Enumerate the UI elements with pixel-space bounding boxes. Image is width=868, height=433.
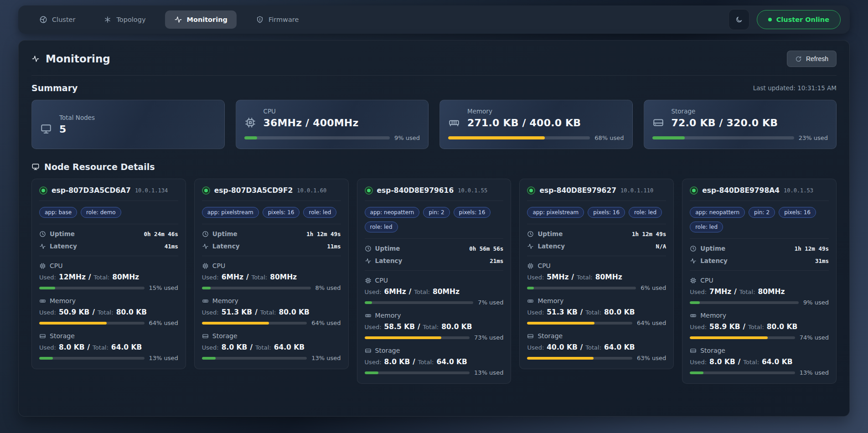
cpu-usage-bar xyxy=(690,301,799,304)
cpu-usage-bar xyxy=(202,287,311,289)
divider xyxy=(39,256,178,256)
storage-icon xyxy=(39,333,46,340)
divider xyxy=(202,201,341,201)
topology-icon xyxy=(103,15,112,24)
storage-icon xyxy=(365,347,372,354)
memory-usage-fill xyxy=(365,336,441,339)
cpu-icon xyxy=(244,117,256,129)
memory-usage-bar xyxy=(527,322,632,325)
divider xyxy=(527,224,666,224)
tab-firmware-label: Firmware xyxy=(269,16,299,23)
nav-tabs: Cluster Topology Monitoring Firmware xyxy=(30,10,308,29)
monitor-icon xyxy=(31,163,40,171)
latency-row: Latency 11ms xyxy=(202,242,341,250)
cluster-status-label: Cluster Online xyxy=(776,16,829,23)
monitor-icon xyxy=(40,123,52,135)
memory-usage-fill xyxy=(202,322,269,325)
clock-icon xyxy=(690,245,697,252)
latency-value: 21ms xyxy=(490,258,503,264)
node-badge: app: base xyxy=(39,207,77,218)
memory-usage-bar xyxy=(39,322,145,325)
node-badge: pin: 2 xyxy=(423,207,450,218)
uptime-row: Uptime 1h 12m 49s xyxy=(690,245,829,252)
storage-metric: Storage Used:8.0 KB/Total:64.0 KB 13% us… xyxy=(202,332,341,361)
storage-usage-percent: 63% used xyxy=(637,355,666,361)
cpu-usage-fill xyxy=(690,301,699,304)
activity-icon xyxy=(527,243,534,250)
firmware-shield-icon xyxy=(256,15,264,24)
storage-usage-percent: 13% used xyxy=(800,369,829,376)
node-badge: pixels: 16 xyxy=(779,207,816,218)
cluster-status-badge[interactable]: Cluster Online xyxy=(757,10,841,29)
node-badge: app: pixelstream xyxy=(527,207,584,218)
memory-usage-fill xyxy=(448,136,545,139)
node-card: esp-840D8E9798A4 10.0.1.53 app: neopatte… xyxy=(682,179,837,384)
cpu-usage-bar xyxy=(39,287,145,289)
node-badge: app: neopattern xyxy=(365,207,420,218)
memory-usage-percent: 73% used xyxy=(474,334,503,341)
storage-icon xyxy=(690,347,697,354)
tab-cluster[interactable]: Cluster xyxy=(30,10,84,29)
summary-heading: Summary xyxy=(31,83,78,93)
storage-metric: Storage Used:8.0 KB/Total:64.0 KB 13% us… xyxy=(690,347,829,376)
node-card: esp-807D3A5CD9F2 10.0.1.60 app: pixelstr… xyxy=(194,179,349,369)
storage-metric: Storage Used:8.0 KB/Total:64.0 KB 13% us… xyxy=(365,347,504,376)
cpu-usage-bar xyxy=(527,287,636,289)
node-badge: pixels: 16 xyxy=(588,207,625,218)
memory-usage-percent: 64% used xyxy=(311,320,341,326)
nodes-heading: Node Resource Details xyxy=(31,162,155,172)
cpu-usage-percent: 8% used xyxy=(315,284,341,291)
node-name: esp-807D3A5CD9F2 xyxy=(214,186,293,195)
clock-icon xyxy=(202,231,209,237)
cpu-usage-percent: 6% used xyxy=(641,284,666,291)
tab-monitoring-label: Monitoring xyxy=(187,16,227,23)
cpu-icon xyxy=(202,263,209,269)
divider xyxy=(202,224,341,224)
top-navigation-bar: Cluster Topology Monitoring Firmware xyxy=(18,5,850,34)
node-name: esp-840D8E979616 xyxy=(377,186,454,195)
tab-firmware[interactable]: Firmware xyxy=(247,10,308,29)
summary-card-value: 36MHz / 400MHz xyxy=(264,117,359,129)
divider xyxy=(527,256,666,256)
node-name: esp-807D3A5CD6A7 xyxy=(52,186,131,195)
activity-icon xyxy=(365,258,372,264)
memory-icon xyxy=(202,298,209,304)
node-name: esp-840D8E979627 xyxy=(539,186,616,195)
tab-monitoring[interactable]: Monitoring xyxy=(165,10,237,29)
latency-row: Latency 41ms xyxy=(39,242,178,250)
theme-toggle-button[interactable] xyxy=(728,9,749,30)
latency-value: 41ms xyxy=(165,243,178,250)
storage-icon xyxy=(652,117,664,129)
node-ip: 10.0.1.53 xyxy=(784,187,813,194)
memory-metric: Memory Used:51.3 KB/Total:80.0 KB 64% us… xyxy=(527,297,666,326)
nodes-section-header: Node Resource Details xyxy=(31,162,837,172)
divider xyxy=(39,224,178,224)
storage-metric: Storage Used:40.0 KB/Total:64.0 KB 63% u… xyxy=(527,332,666,361)
memory-usage-bar xyxy=(202,322,307,325)
node-online-status-icon xyxy=(39,186,47,195)
cpu-icon xyxy=(690,277,697,284)
node-online-status-icon xyxy=(527,186,535,195)
uptime-value: 0h 56m 56s xyxy=(469,245,503,252)
cpu-metric: CPU Used:6MHz/Total:80MHz 7% used xyxy=(365,277,504,306)
divider xyxy=(690,201,829,201)
latency-value: 11ms xyxy=(327,243,341,250)
uptime-row: Uptime 1h 12m 49s xyxy=(202,230,341,237)
tab-cluster-label: Cluster xyxy=(52,16,75,23)
divider xyxy=(31,75,837,76)
node-online-status-icon xyxy=(202,186,210,195)
tab-topology-label: Topology xyxy=(116,16,145,23)
summary-card-value: 72.0 KB / 320.0 KB xyxy=(672,117,778,129)
summary-card-label: CPU xyxy=(264,108,359,115)
cpu-usage-fill xyxy=(202,287,211,289)
nav-right-controls: Cluster Online xyxy=(728,9,841,30)
divider xyxy=(202,256,341,256)
node-badge: app: pixelstream xyxy=(202,207,259,218)
last-updated-text: Last updated: 10:31:15 AM xyxy=(753,84,837,92)
storage-usage-bar xyxy=(690,371,795,374)
tab-topology[interactable]: Topology xyxy=(94,10,155,29)
memory-metric: Memory Used:58.5 KB/Total:80.0 KB 73% us… xyxy=(365,312,504,341)
refresh-icon xyxy=(795,56,802,62)
refresh-button[interactable]: Refresh xyxy=(787,51,837,67)
uptime-value: 1h 12m 49s xyxy=(795,245,829,252)
